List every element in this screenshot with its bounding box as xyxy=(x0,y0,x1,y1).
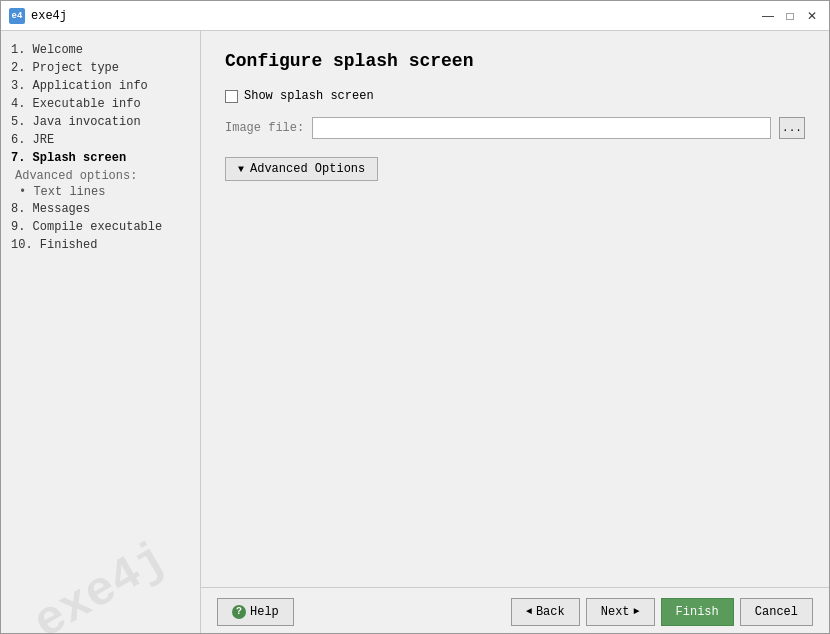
sidebar-item-compile-executable[interactable]: 9. Compile executable xyxy=(1,218,200,236)
finish-button[interactable]: Finish xyxy=(661,598,734,626)
page-title: Configure splash screen xyxy=(225,51,805,71)
image-file-label: Image file: xyxy=(225,121,304,135)
cancel-button[interactable]: Cancel xyxy=(740,598,813,626)
content-body: Configure splash screen Show splash scre… xyxy=(201,31,829,587)
cancel-label: Cancel xyxy=(755,605,798,619)
titlebar-title: exe4j xyxy=(31,9,67,23)
sidebar-item-java-invocation[interactable]: 5. Java invocation xyxy=(1,113,200,131)
sidebar-item-jre[interactable]: 6. JRE xyxy=(1,131,200,149)
titlebar-controls: — □ ✕ xyxy=(759,7,821,25)
back-button[interactable]: ◄ Back xyxy=(511,598,580,626)
show-splash-screen-checkbox[interactable] xyxy=(225,90,238,103)
main-container: 1. Welcome 2. Project type 3. Applicatio… xyxy=(1,31,829,634)
back-arrow-icon: ◄ xyxy=(526,606,532,617)
close-button[interactable]: ✕ xyxy=(803,7,821,25)
help-icon: ? xyxy=(232,605,246,619)
sidebar-item-project-type[interactable]: 2. Project type xyxy=(1,59,200,77)
sidebar-item-splash-screen[interactable]: 7. Splash screen xyxy=(1,149,200,167)
titlebar: e4 exe4j — □ ✕ xyxy=(1,1,829,31)
sidebar-watermark: exe4j xyxy=(2,520,198,634)
sidebar-item-executable-info[interactable]: 4. Executable info xyxy=(1,95,200,113)
content-area: Configure splash screen Show splash scre… xyxy=(201,31,829,634)
sidebar: 1. Welcome 2. Project type 3. Applicatio… xyxy=(1,31,201,634)
advanced-options-button[interactable]: ▼ Advanced Options xyxy=(225,157,378,181)
app-icon: e4 xyxy=(9,8,25,24)
maximize-button[interactable]: □ xyxy=(781,7,799,25)
help-label: Help xyxy=(250,605,279,619)
next-label: Next xyxy=(601,605,630,619)
back-label: Back xyxy=(536,605,565,619)
show-splash-screen-row: Show splash screen xyxy=(225,89,805,103)
show-splash-screen-label: Show splash screen xyxy=(244,89,374,103)
bottom-bar: ? Help ◄ Back Next ► Finish Cancel xyxy=(201,587,829,634)
image-file-row: Image file: ... xyxy=(225,117,805,139)
sidebar-item-application-info[interactable]: 3. Application info xyxy=(1,77,200,95)
image-file-input[interactable] xyxy=(312,117,771,139)
next-arrow-icon: ► xyxy=(634,606,640,617)
sidebar-item-messages[interactable]: 8. Messages xyxy=(1,200,200,218)
help-button[interactable]: ? Help xyxy=(217,598,294,626)
bottom-bar-right: ◄ Back Next ► Finish Cancel xyxy=(511,598,813,626)
sidebar-item-finished[interactable]: 10. Finished xyxy=(1,236,200,254)
sidebar-advanced-options-label: Advanced options: xyxy=(1,167,200,184)
minimize-button[interactable]: — xyxy=(759,7,777,25)
titlebar-left: e4 exe4j xyxy=(9,8,67,24)
browse-button[interactable]: ... xyxy=(779,117,805,139)
advanced-options-icon: ▼ xyxy=(238,164,244,175)
advanced-options-label: Advanced Options xyxy=(250,162,365,176)
app-icon-label: e4 xyxy=(12,11,23,21)
sidebar-item-text-lines[interactable]: • Text lines xyxy=(1,184,200,200)
sidebar-item-welcome[interactable]: 1. Welcome xyxy=(1,41,200,59)
finish-label: Finish xyxy=(676,605,719,619)
bottom-bar-left: ? Help xyxy=(217,598,294,626)
next-button[interactable]: Next ► xyxy=(586,598,655,626)
